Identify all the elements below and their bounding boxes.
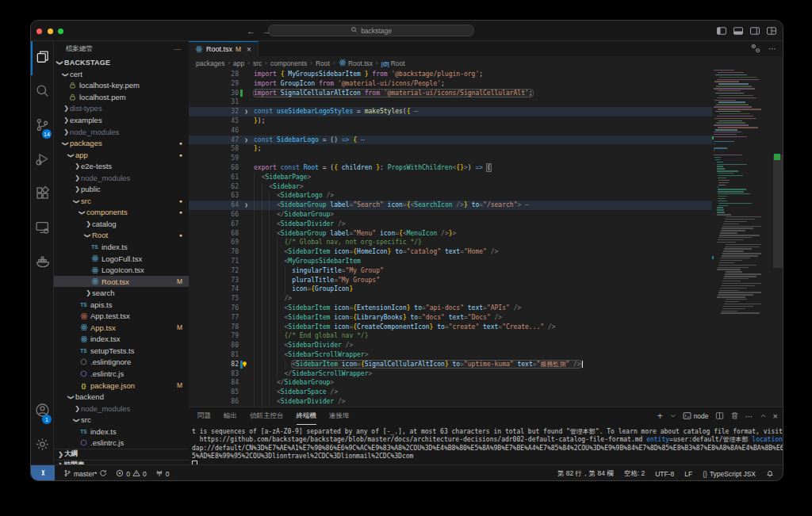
nav-back-button[interactable]: ← [247, 26, 255, 36]
tree-item-.eslintrc.js[interactable]: .eslintrc.js [54, 438, 189, 449]
code-line-68[interactable]: 68<SidebarGroup label="Menu" icon={<Menu… [189, 229, 712, 239]
tree-item-nodemodules[interactable]: ❯node_modules [54, 126, 189, 138]
fold-chevron-icon[interactable]: ❯ [244, 137, 247, 143]
tree-item-components[interactable]: ❯components● [54, 207, 189, 219]
tree-item-nodemodules[interactable]: ❯node_modules [54, 403, 189, 415]
code-line-85[interactable]: 85<SidebarSpace /> [189, 388, 712, 397]
code-line-70[interactable]: 70<SidebarItem icon={HomeIcon} to="catal… [189, 247, 712, 257]
fold-chevron-icon[interactable]: ❯ [244, 202, 247, 208]
code-line-73[interactable]: 73pluralTitle="My Groups" [189, 276, 712, 285]
split-terminal-icon[interactable] [715, 411, 724, 422]
problems-status[interactable]: 0 0 [116, 469, 146, 479]
tree-item-cert[interactable]: ❯cert [54, 68, 189, 80]
panel-tab-問題[interactable]: 問題 [197, 411, 211, 421]
indentation[interactable]: 空格: 2 [624, 469, 645, 479]
code-line-72[interactable]: 72singularTitle="My Group" [189, 266, 712, 276]
editor-more-actions-icon[interactable]: ⋯ [768, 44, 776, 53]
code-line-60[interactable]: 60export const Root = ({ children }: Pro… [189, 163, 712, 173]
code-line-79[interactable]: 79{/* End global nav */} [189, 331, 712, 341]
sidebar-more-icon[interactable]: ⋯ [174, 45, 182, 53]
code-line-64[interactable]: 64❯<SidebarGroup label="Search" icon={<S… [189, 201, 712, 210]
encoding[interactable]: UTF-8 [655, 470, 674, 478]
code-line-61[interactable]: 61<SidebarPage> [189, 173, 712, 182]
eol[interactable]: LF [684, 470, 692, 478]
code-line-71[interactable]: 71<MyGroupsSidebarItem [189, 257, 712, 266]
code-line-59[interactable]: 59 [189, 154, 712, 163]
code-line-29[interactable]: 29import GroupIcon from '@material-ui/ic… [189, 79, 712, 89]
code-line-47[interactable]: 47❯const SidebarLogo = () => { ⋯ [189, 136, 712, 145]
close-window-button[interactable] [36, 29, 42, 34]
code-line-78[interactable]: 78<SidebarItem icon={CreateComponentIcon… [189, 323, 712, 332]
cursor-position[interactable]: 第 82 行，第 84 欄 [557, 469, 614, 479]
section-outline[interactable]: ❯ 大綱 [54, 449, 189, 460]
code-editor[interactable]: 28import { MyGroupsSidebarItem } from '@… [189, 70, 712, 407]
tree-item-dist-types[interactable]: ❯dist-types [54, 103, 189, 115]
editor-scrollbar[interactable] [773, 155, 783, 268]
tree-item-backend[interactable]: ❯backend [54, 391, 189, 403]
minimize-window-button[interactable] [48, 29, 53, 34]
code-line-62[interactable]: 62<Sidebar> [189, 182, 712, 192]
tree-item-e2e-tests[interactable]: ❯e2e-tests [54, 160, 189, 172]
activity-search[interactable] [31, 75, 53, 109]
tree-item-index.tsx[interactable]: index.tsx [54, 334, 189, 346]
fold-chevron-icon[interactable]: ❯ [244, 109, 247, 115]
code-line-46[interactable]: 46 [189, 126, 712, 136]
terminal-instance[interactable]: node [683, 411, 709, 422]
activity-extensions[interactable] [31, 178, 53, 212]
tab-close-icon[interactable]: × [247, 45, 251, 54]
breadcrumb-item[interactable]: Root.tsx [339, 59, 373, 67]
zoom-window-button[interactable] [58, 29, 63, 34]
code-line-31[interactable]: 31 [189, 97, 712, 107]
breadcrumb-item[interactable]: src [253, 59, 262, 67]
code-line-28[interactable]: 28import { MyGroupsSidebarItem } from '@… [189, 70, 712, 79]
tree-item-index.ts[interactable]: TSindex.ts [54, 241, 189, 253]
maximize-panel-icon[interactable] [760, 412, 767, 421]
code-line-69[interactable]: 69{/* Global nav, not org-specific */} [189, 238, 712, 247]
breadcrumbs[interactable]: packages›app›src›components›Root› Root.t… [189, 56, 783, 70]
tree-item-public[interactable]: ❯public [54, 183, 189, 195]
open-changes-icon[interactable] [751, 44, 760, 55]
branch-status[interactable]: master* [63, 469, 107, 479]
remote-indicator[interactable] [31, 465, 55, 481]
language-mode[interactable]: {} TypeScript JSX [703, 470, 756, 478]
code-line-80[interactable]: 80<SidebarDivider /> [189, 341, 712, 350]
code-line-63[interactable]: 63<SidebarLogo /> [189, 191, 712, 201]
activity-docker[interactable] [31, 246, 53, 280]
panel-tab-輸出[interactable]: 輸出 [224, 411, 237, 421]
panel-tab-終端機[interactable]: 終端機 [297, 407, 317, 425]
tree-item-Root[interactable]: ❯Root● [54, 230, 189, 242]
code-line-83[interactable]: 83</SidebarScrollWrapper> [189, 369, 712, 379]
tree-item-examples[interactable]: ❯examples [54, 114, 189, 126]
command-center-search[interactable]: backstage [268, 25, 474, 36]
activity-explorer[interactable] [31, 41, 53, 75]
customize-layout-icon[interactable] [766, 25, 777, 36]
code-line-32[interactable]: 32❯const useSidebarLogoStyles = makeStyl… [189, 107, 712, 117]
code-line-75[interactable]: 75/> [189, 294, 712, 304]
breadcrumb-item[interactable]: packages [196, 59, 224, 67]
activity-accounts[interactable]: 1 [31, 395, 53, 429]
breadcrumb-item[interactable]: Root [316, 59, 330, 67]
code-line-30[interactable]: 30import SignalCellularAltIcon from '@ma… [189, 89, 712, 98]
tree-item-index.ts[interactable]: TSindex.ts [54, 426, 189, 438]
new-terminal-button[interactable]: + [657, 411, 663, 422]
terminal-output[interactable]: t is sequences of [a-zA-Z0-9] separated … [192, 428, 779, 468]
tree-item-package.json[interactable]: {}package.jsonM [54, 380, 189, 392]
tree-item-search[interactable]: ❯search [54, 287, 189, 299]
notifications-bell-icon[interactable] [766, 469, 774, 479]
tree-item-src[interactable]: ❯src [54, 414, 189, 426]
tree-item-LogoIcon.tsx[interactable]: LogoIcon.tsx [54, 264, 189, 276]
activity-source-control[interactable]: 14 [31, 109, 53, 143]
kill-terminal-icon[interactable] [730, 411, 739, 422]
code-line-74[interactable]: 74icon={GroupIcon} [189, 285, 712, 294]
panel-tab-偵錯主控台[interactable]: 偵錯主控台 [250, 411, 284, 421]
tree-item-app[interactable]: ❯app● [54, 149, 189, 161]
tree-item-LogoFull.tsx[interactable]: LogoFull.tsx [54, 253, 189, 265]
code-line-67[interactable]: 67<SidebarDivider /> [189, 220, 712, 229]
tree-item-apis.ts[interactable]: TSapis.ts [54, 299, 189, 311]
close-panel-icon[interactable]: × [773, 411, 778, 421]
activity-run-debug[interactable] [31, 143, 53, 178]
code-line-86[interactable]: 86<SidebarDivider /> [189, 397, 712, 407]
toggle-sidebar-icon[interactable] [716, 25, 727, 36]
code-line-82[interactable]: 82<SidebarItem icon={SignalCellularAltIc… [189, 360, 712, 369]
tree-item-setupTests.ts[interactable]: TSsetupTests.ts [54, 345, 189, 357]
